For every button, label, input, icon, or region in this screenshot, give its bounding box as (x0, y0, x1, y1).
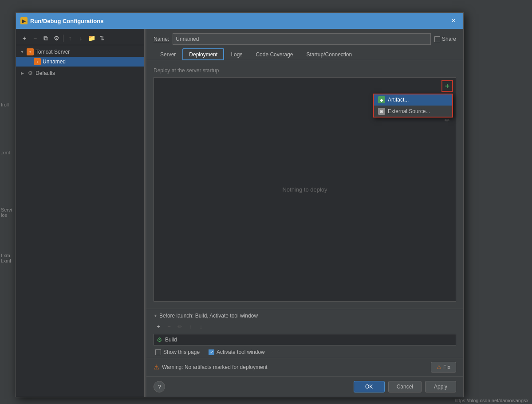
tab-deployment[interactable]: Deployment (182, 48, 224, 60)
share-checkbox[interactable] (434, 36, 440, 42)
apply-button[interactable]: Apply (425, 381, 456, 392)
deploy-section-title: Deploy at the server startup (154, 67, 456, 74)
nothing-to-deploy-text: Nothing to deploy (282, 186, 327, 193)
side-text-service: Serviice (1, 207, 12, 218)
footer-left: ? (154, 381, 165, 392)
tab-server[interactable]: Server (154, 48, 182, 60)
dialog-content: + − ⧉ ⚙ ↑ ↓ 📁 ⇅ ▼ T Tomcat Server (16, 29, 463, 397)
build-item: ⚙ Build (154, 334, 456, 345)
bl-up-button[interactable]: ↑ (185, 322, 195, 331)
activate-tool-checkbox[interactable]: ✓ (209, 349, 214, 355)
warning-left: ⚠ Warning: No artifacts marked for deplo… (154, 363, 268, 371)
side-text-txml: t.xml.xml (1, 253, 11, 263)
fix-label: Fix (443, 364, 450, 370)
move-up-button[interactable]: ↑ (65, 33, 75, 43)
tree-expand-defaults: ▶ (20, 71, 25, 76)
name-label: Name: (154, 36, 169, 42)
tabs-bar: Server Deployment Logs Code Coverage Sta… (146, 48, 463, 60)
tab-logs[interactable]: Logs (224, 48, 249, 60)
deployment-tab-content: Deploy at the server startup Nothing to … (146, 60, 463, 309)
dropdown-external-source[interactable]: ⊞ External Source... (374, 106, 453, 117)
tree-tomcat-server[interactable]: ▼ T Tomcat Server (16, 47, 144, 57)
unnamed-label: Unnamed (43, 59, 66, 65)
folder-button[interactable]: 📁 (87, 33, 96, 43)
toolbar-separator-1 (63, 35, 63, 42)
share-label: Share (442, 36, 456, 42)
tab-coverage[interactable]: Code Coverage (249, 48, 299, 60)
before-launch-section: ▼ Before launch: Build, Activate tool wi… (146, 309, 463, 358)
defaults-label: Defaults (35, 70, 55, 76)
tree-expand-unnamed (27, 59, 32, 64)
copy-config-button[interactable]: ⧉ (41, 33, 51, 43)
plus-area: + ◆ Artifact... ⊞ External Source... (441, 80, 453, 92)
warning-text: Warning: No artifacts marked for deploym… (162, 364, 268, 370)
sort-button[interactable]: ⇅ (97, 33, 107, 43)
tomcat-server-label: Tomcat Server (35, 49, 70, 55)
before-launch-title-text: Before launch: Build, Activate tool wind… (159, 313, 258, 319)
footer-right: OK Cancel Apply (354, 381, 456, 392)
fix-warning-icon: ⚠ (437, 364, 441, 370)
help-button[interactable]: ? (154, 381, 165, 392)
dialog-title-icon: ▶ (20, 17, 28, 24)
dropdown-menu: ◆ Artifact... ⊞ External Source... (373, 94, 453, 118)
close-button[interactable]: × (448, 16, 459, 26)
dialog-title: ▶ Run/Debug Configurations (20, 17, 103, 24)
name-row: Name: Share (146, 29, 463, 48)
defaults-icon: ⚙ (27, 70, 34, 77)
plus-border: + (441, 80, 453, 92)
dialog-footer: ? OK Cancel Apply (146, 376, 463, 397)
dialog-title-text: Run/Debug Configurations (30, 18, 103, 24)
name-input[interactable] (173, 33, 431, 45)
build-icon: ⚙ (157, 336, 162, 343)
artifact-label: Artifact... (388, 97, 409, 103)
unnamed-icon: T (34, 58, 41, 65)
artifact-icon: ◆ (378, 96, 385, 103)
bl-down-button[interactable]: ↓ (196, 322, 206, 331)
right-panel: Name: Share Server Deployment Logs Code … (146, 29, 463, 397)
tree-expand-tomcat: ▼ (20, 49, 25, 55)
before-launch-triangle: ▼ (154, 314, 158, 318)
side-text-troll: troll (1, 102, 9, 107)
bl-add-button[interactable]: + (154, 322, 163, 331)
add-deployment-button[interactable]: + (442, 81, 452, 91)
dialog-titlebar: ▶ Run/Debug Configurations × (16, 13, 463, 29)
cancel-button[interactable]: Cancel (388, 381, 422, 392)
activate-tool-checkbox-item: ✓ Activate tool window (209, 349, 265, 355)
tree-defaults[interactable]: ▶ ⚙ Defaults (16, 68, 144, 78)
checkboxes-row: Show this page ✓ Activate tool window (154, 349, 456, 355)
side-text-xml: .xml (1, 150, 10, 155)
left-panel: + − ⧉ ⚙ ↑ ↓ 📁 ⇅ ▼ T Tomcat Server (16, 29, 145, 397)
share-row: Share (434, 36, 456, 42)
run-debug-dialog: ▶ Run/Debug Configurations × + − ⧉ ⚙ ↑ ↓… (16, 12, 464, 397)
dropdown-artifact[interactable]: ◆ Artifact... (374, 94, 453, 106)
move-down-button[interactable]: ↓ (76, 33, 86, 43)
external-source-label: External Source... (388, 108, 430, 114)
tree-unnamed[interactable]: T Unnamed (16, 57, 144, 67)
build-label: Build (165, 337, 177, 343)
bl-remove-button[interactable]: − (164, 322, 174, 331)
ok-button[interactable]: OK (354, 381, 385, 392)
before-launch-toolbar: + − ✏ ↑ ↓ (154, 322, 456, 331)
before-launch-title: ▼ Before launch: Build, Activate tool wi… (154, 313, 456, 319)
show-page-label: Show this page (163, 349, 200, 355)
url-bar: https://blog.csdn.net/damowangsx (451, 397, 532, 404)
fix-button[interactable]: ⚠ Fix (431, 362, 456, 373)
add-config-button[interactable]: + (20, 33, 29, 43)
external-source-icon: ⊞ (378, 108, 385, 115)
bl-edit-button[interactable]: ✏ (175, 322, 185, 331)
show-page-checkbox[interactable] (155, 349, 161, 355)
remove-config-button[interactable]: − (30, 33, 40, 43)
settings-config-button[interactable]: ⚙ (51, 33, 61, 43)
activate-tool-label: Activate tool window (217, 349, 265, 355)
warning-bar: ⚠ Warning: No artifacts marked for deplo… (146, 358, 463, 376)
tomcat-icon: T (27, 48, 34, 55)
warning-icon: ⚠ (154, 363, 159, 371)
show-page-checkbox-item: Show this page (155, 349, 200, 355)
tab-startup[interactable]: Startup/Connection (299, 48, 359, 60)
deploy-area: Nothing to deploy + ◆ Artifact... (154, 77, 456, 302)
config-tree: ▼ T Tomcat Server T Unnamed ▶ ⚙ Defaults (16, 47, 144, 78)
left-toolbar: + − ⧉ ⚙ ↑ ↓ 📁 ⇅ (16, 31, 144, 45)
